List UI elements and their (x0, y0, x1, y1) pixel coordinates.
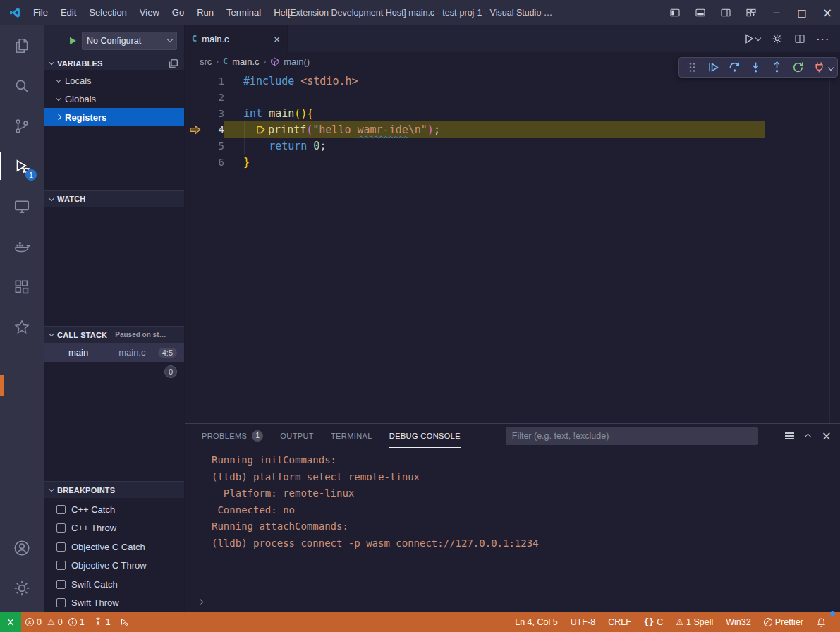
editor-scrollbar[interactable] (829, 71, 830, 423)
start-debugging-icon[interactable] (68, 36, 78, 46)
spell-checker-status[interactable]: ⚠1 Spell (669, 612, 719, 632)
step-over-icon[interactable] (726, 59, 743, 76)
status-bar-right: Ln 4, Col 5 UTF-8 CRLF {}C ⚠1 Spell Win3… (509, 612, 840, 632)
line-content[interactable] (224, 89, 840, 105)
code-line-5[interactable]: 5 return 0; (185, 138, 840, 154)
code-line-3[interactable]: 3int main(){ (185, 105, 840, 121)
variables-section-header[interactable]: VARIABLES (44, 56, 184, 71)
breakpoint-row[interactable]: Objective C Catch (44, 537, 184, 557)
breakpoints-section-header[interactable]: BREAKPOINTS (44, 481, 184, 498)
remote-indicator[interactable] (0, 612, 21, 632)
extensions-icon[interactable] (0, 267, 44, 307)
menu-edit[interactable]: Edit (54, 0, 83, 25)
panel-tab-terminal[interactable]: TERMINAL (331, 424, 372, 448)
docker-icon[interactable] (0, 226, 44, 267)
customize-layout-icon[interactable] (738, 0, 764, 25)
toolbar-drag-grip[interactable] (683, 59, 700, 76)
breakpoint-row[interactable]: Swift Catch (44, 575, 184, 594)
formatter-status[interactable]: Prettier (757, 612, 810, 632)
run-and-debug-icon[interactable]: 1 (0, 146, 44, 186)
breadcrumb-symbol[interactable]: main() (284, 56, 310, 67)
cursor-position[interactable]: Ln 4, Col 5 (509, 612, 564, 632)
line-content[interactable]: } (224, 154, 840, 170)
continue-icon[interactable] (705, 59, 722, 76)
line-content[interactable]: int main(){ (224, 105, 840, 121)
console-filter-input[interactable] (506, 427, 758, 445)
restart-icon[interactable] (789, 59, 806, 76)
language-mode[interactable]: {}C (638, 612, 669, 632)
filter-lines-icon[interactable] (785, 432, 794, 439)
ports-status[interactable]: 1 (89, 612, 115, 632)
variables-item-globals[interactable]: Globals (44, 90, 184, 108)
menu-selection[interactable]: Selection (83, 0, 133, 25)
run-or-debug-icon[interactable] (743, 33, 760, 44)
breakpoint-checkbox[interactable] (56, 561, 66, 570)
close-tab-icon[interactable]: × (274, 33, 280, 45)
breakpoint-checkbox[interactable] (56, 542, 66, 552)
breakpoint-row[interactable]: Objective C Throw (44, 557, 184, 576)
breakpoint-row[interactable]: Swift Throw (44, 594, 184, 613)
line-content[interactable]: return 0; (224, 138, 840, 154)
variables-item-registers[interactable]: Registers (44, 108, 184, 126)
debug-console-output[interactable]: Running initCommands:(lldb) platform sel… (185, 452, 840, 588)
panel-tab-problems[interactable]: PROBLEMS1 (202, 424, 263, 448)
encoding[interactable]: UTF-8 (564, 612, 602, 632)
menu-go[interactable]: Go (166, 0, 190, 25)
problems-status[interactable]: ×0 ⚠0 i1 (21, 612, 89, 632)
step-out-icon[interactable] (768, 59, 785, 76)
call-stack-section-header[interactable]: CALL STACK Paused on st… (44, 326, 184, 343)
stack-frame-row[interactable]: main main.c 4:5 (44, 343, 184, 362)
split-editor-icon[interactable] (794, 33, 805, 44)
line-content[interactable]: printf("hello wamr-ide\n"); (224, 121, 765, 138)
execution-pointer-icon[interactable] (185, 125, 206, 135)
breakpoint-checkbox[interactable] (56, 580, 66, 589)
explorer-icon[interactable] (0, 25, 44, 66)
accounts-icon[interactable] (0, 528, 44, 568)
platform-status[interactable]: Win32 (719, 612, 757, 632)
search-icon[interactable] (0, 66, 44, 106)
watch-section-header[interactable]: WATCH (44, 190, 184, 207)
debug-gear-icon[interactable] (772, 33, 783, 44)
breakpoint-checkbox[interactable] (56, 598, 66, 607)
panel-tab-output[interactable]: OUTPUT (280, 424, 314, 448)
menu-view[interactable]: View (133, 0, 166, 25)
collapse-all-icon[interactable] (169, 59, 178, 68)
source-control-icon[interactable] (0, 106, 44, 146)
menu-file[interactable]: File (27, 0, 54, 25)
breadcrumb-file[interactable]: main.c (232, 56, 259, 67)
disconnect-icon[interactable] (810, 59, 827, 76)
breadcrumb-folder[interactable]: src (200, 56, 212, 67)
star-icon[interactable] (0, 307, 44, 347)
panel-tab-debug-console[interactable]: DEBUG CONSOLE (389, 424, 461, 448)
console-input-row[interactable] (197, 596, 202, 607)
menu-terminal[interactable]: Terminal (220, 0, 267, 25)
debug-status-icon[interactable] (115, 612, 133, 632)
breakpoint-checkbox[interactable] (56, 505, 66, 514)
remote-explorer-icon[interactable] (0, 186, 44, 226)
close-button[interactable]: × (815, 0, 840, 25)
maximize-panel-icon[interactable] (804, 434, 811, 441)
chevron-down-icon[interactable] (828, 64, 834, 70)
toggle-panel-icon[interactable] (688, 0, 713, 25)
eol-sequence[interactable]: CRLF (602, 612, 638, 632)
code-area[interactable]: 1#include <stdio.h>23int main(){4 printf… (185, 71, 840, 423)
maximize-button[interactable]: □ (789, 0, 815, 25)
breakpoint-row[interactable]: C++ Throw (44, 519, 184, 538)
code-line-4[interactable]: 4 printf("hello wamr-ide\n"); (185, 121, 840, 138)
breakpoint-checkbox[interactable] (56, 523, 66, 533)
variables-item-locals[interactable]: Locals (44, 71, 184, 90)
step-into-icon[interactable] (747, 59, 764, 76)
notifications-bell-icon[interactable] (810, 612, 833, 632)
breakpoint-row[interactable]: C++ Catch (44, 500, 184, 519)
toggle-sidebar-icon[interactable] (662, 0, 688, 25)
close-panel-icon[interactable]: × (822, 430, 832, 442)
minimize-button[interactable]: ─ (764, 0, 789, 25)
code-line-2[interactable]: 2 (185, 89, 840, 105)
tab-main-c[interactable]: C main.c × (185, 25, 288, 52)
more-actions-icon[interactable]: ··· (817, 34, 830, 44)
menu-run[interactable]: Run (190, 0, 220, 25)
toggle-secondary-sidebar-icon[interactable] (713, 0, 738, 25)
code-line-6[interactable]: 6} (185, 154, 840, 170)
settings-gear-icon[interactable] (0, 568, 44, 608)
launch-config-dropdown[interactable]: No Configurat (82, 32, 177, 50)
